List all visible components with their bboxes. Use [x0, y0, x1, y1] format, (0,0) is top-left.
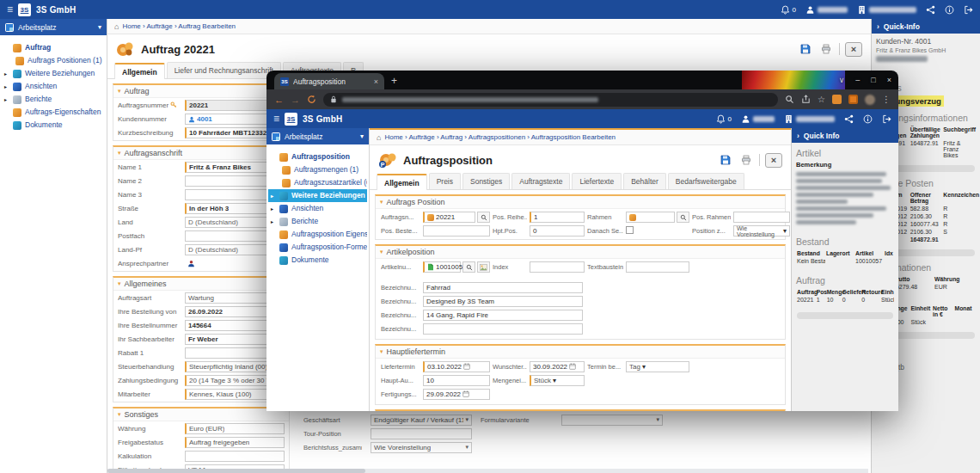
bezeichnung4-input[interactable] — [423, 323, 583, 335]
tab-liefer-rechnungsanschrift[interactable]: Liefer und Rechnungsanschrift — [167, 62, 281, 78]
calendar-icon[interactable] — [462, 390, 469, 399]
rahmen-input[interactable] — [626, 212, 675, 223]
breadcrumb[interactable]: ⌂ Home › Aufträge › Auftrag › Auftragspo… — [370, 130, 791, 145]
close-button[interactable]: × — [765, 153, 782, 168]
company-menu[interactable] — [857, 5, 916, 15]
share-network-icon[interactable] — [926, 5, 935, 15]
window-chevron-icon[interactable]: ∨ — [839, 76, 845, 84]
danach-checkbox[interactable] — [626, 226, 634, 234]
workspace-selector[interactable]: Arbeitsplatz ▾ — [0, 19, 107, 35]
sidebar-item-dokumente[interactable]: Dokumente — [2, 119, 105, 132]
horizontal-scrollbar[interactable] — [107, 469, 868, 473]
sidebar-item-ansichten[interactable]: ▸Ansichten — [268, 202, 367, 215]
sidebar-item-auftragsmengen[interactable]: Auftragsmengen (1) — [268, 163, 367, 176]
bezeichnung2-input[interactable]: Designed By 3S Team — [423, 296, 583, 307]
save-button[interactable] — [798, 42, 813, 56]
sidebar-item-ansichten[interactable]: ▸Ansichten — [2, 80, 105, 93]
print-button[interactable] — [738, 153, 754, 167]
window-minimize-icon[interactable]: – — [855, 76, 860, 84]
window-maximize-icon[interactable]: □ — [871, 76, 875, 84]
sidebar-item-formel-eigenschaften[interactable]: Auftragsposition-Formel-Eig... — [268, 241, 367, 254]
sidebar-item-auftrags-positionen[interactable]: Auftrags Positionen (1) — [2, 54, 105, 67]
section-header[interactable]: ▾Allgemeines — [113, 278, 289, 291]
sidebar-item-auftragszusatzartikel[interactable]: Auftragszusatzartikel (0) — [268, 176, 367, 189]
hauptposition-input[interactable]: 0 — [530, 225, 585, 236]
tab-sonstiges[interactable]: Sonstiges — [462, 173, 510, 189]
lookup-button[interactable] — [677, 212, 689, 223]
user-menu[interactable] — [805, 5, 848, 15]
pos-reihe-input[interactable]: 1 — [530, 212, 585, 223]
sidebar-item-weitere-beziehungen[interactable]: ▸Weitere Beziehungen — [268, 189, 367, 202]
bezeichnung1-input[interactable]: Fahrrad — [423, 282, 583, 293]
search-icon[interactable] — [785, 95, 794, 104]
quick-info-header[interactable]: ›Quick Info — [792, 128, 898, 143]
section-header[interactable]: ▾Auftrags Position — [376, 196, 785, 209]
section-header[interactable]: ▾Artikelposition — [376, 246, 785, 259]
lookup-button[interactable] — [477, 212, 490, 223]
sidebar-item-auftrag[interactable]: Auftrag — [2, 41, 105, 54]
print-button[interactable] — [818, 42, 834, 56]
sidebar-item-auftragsposition[interactable]: Auftragsposition — [268, 150, 367, 163]
tab-allgemein[interactable]: Allgemein — [114, 63, 165, 79]
auftragsnr-input[interactable]: 20221 — [423, 212, 475, 223]
position-z-select[interactable]: Wie Voreinstellung▾ — [733, 225, 790, 236]
window-close-icon[interactable]: × — [887, 76, 891, 84]
tab-close-icon[interactable]: × — [374, 77, 378, 86]
waehrung-input[interactable]: Euro (EUR) — [185, 423, 285, 434]
pos-bestellnummer-input[interactable] — [423, 225, 490, 236]
back-icon[interactable]: ← — [274, 95, 284, 105]
image-preview-button[interactable] — [477, 261, 490, 273]
breadcrumb[interactable]: ⌂ Home › Aufträge › Auftrag Bearbeiten — [107, 19, 871, 34]
artikelnummer-input[interactable]: 10010057 — [423, 261, 461, 273]
address-bar[interactable] — [323, 93, 778, 107]
reload-icon[interactable] — [307, 95, 316, 104]
close-button[interactable]: × — [845, 42, 862, 57]
formularvariante-select[interactable]: ▾ — [561, 415, 663, 426]
profile-avatar[interactable] — [865, 95, 875, 105]
hamburger-icon[interactable]: ≡ — [7, 3, 13, 15]
pos-rahmen-input[interactable] — [733, 212, 790, 223]
sidebar-item-berichte[interactable]: ▸Berichte — [2, 93, 105, 106]
save-button[interactable] — [718, 153, 733, 167]
notifications-button[interactable]: 0 — [716, 114, 732, 124]
index-input[interactable] — [530, 261, 585, 273]
notifications-button[interactable]: 0 — [781, 5, 796, 15]
wunschtermin-input[interactable]: 30.09.2022 — [530, 361, 585, 372]
termin-bezug-select[interactable]: Tag▾ — [626, 361, 689, 372]
company-menu[interactable] — [784, 114, 835, 124]
sidebar-item-auftrags-eigenschaften[interactable]: Auftrags-Eigenschaften — [2, 106, 105, 119]
extension-icon[interactable] — [832, 95, 842, 104]
share-icon[interactable] — [801, 95, 811, 104]
tab-bedarfsweitergabe[interactable]: Bedarfsweitergabe — [668, 173, 744, 189]
logout-icon[interactable] — [964, 5, 973, 15]
textbaustein-input[interactable] — [626, 261, 689, 273]
tab-behaelter[interactable]: Behälter — [623, 173, 666, 189]
kalkulation-input[interactable] — [185, 451, 285, 462]
liefertermin-input[interactable]: 03.10.2022 — [423, 361, 490, 372]
workspace-selector[interactable]: Arbeitsplatz ▾ — [266, 128, 369, 144]
hamburger-icon[interactable]: ≡ — [273, 113, 279, 125]
berichtsfuss-select[interactable]: Wie Voreinstellung▾ — [371, 442, 472, 453]
extension-icon-2[interactable] — [848, 95, 858, 104]
quick-info-header[interactable]: ›Quick-Info — [872, 19, 980, 34]
calendar-icon[interactable] — [569, 363, 576, 372]
section-header[interactable]: ▾Hauptliefertermin — [376, 346, 785, 359]
fertigungstermin-input[interactable]: 29.09.2022 — [423, 389, 490, 400]
tab-preis[interactable]: Preis — [429, 173, 461, 189]
browser-menu-icon[interactable]: ⋮ — [882, 95, 891, 104]
section-header[interactable]: ▾Auftrag — [113, 85, 289, 98]
tab-allgemein[interactable]: Allgemein — [377, 174, 427, 190]
logout-icon[interactable] — [882, 114, 891, 124]
sidebar-item-berichte[interactable]: ▸Berichte — [268, 215, 367, 228]
info-icon[interactable] — [945, 5, 954, 15]
mengeneinheit-select[interactable]: Stück▾ — [530, 375, 585, 386]
lookup-button[interactable] — [462, 261, 475, 273]
forward-icon[interactable]: → — [291, 95, 300, 105]
sidebar-item-weitere-beziehungen[interactable]: ▸Weitere Beziehungen — [2, 67, 105, 80]
geschaeftsart-select[interactable]: Endgültiger Kauf / Verkauf (11)▾ — [371, 415, 472, 426]
freigabestatus-input[interactable]: Auftrag freigegeben — [185, 437, 285, 448]
haupt-auftragsmenge-input[interactable]: 10 — [423, 375, 490, 386]
share-network-icon[interactable] — [844, 114, 854, 124]
browser-tab[interactable]: 3S Auftragsposition × — [274, 73, 384, 89]
bookmark-star-icon[interactable]: ☆ — [818, 95, 825, 104]
